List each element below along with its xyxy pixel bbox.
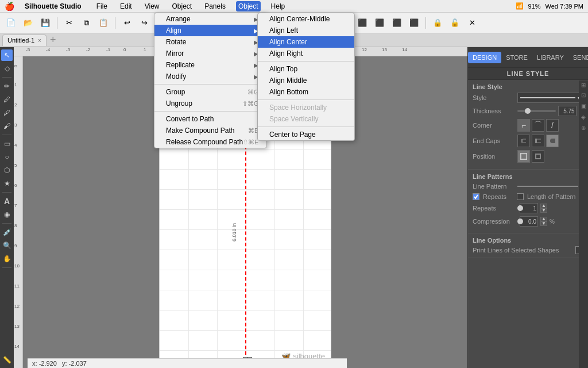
object-menu: Arrange ▶ Align ▶ Rotate ▶ Mirror ▶ Repl…	[154, 13, 267, 148]
align-bottom[interactable]: Align Bottom	[258, 86, 354, 98]
menu-sep-1	[154, 84, 266, 85]
context-menu-overlay: Arrange ▶ Align ▶ Rotate ▶ Mirror ▶ Repl…	[0, 0, 588, 368]
align-sep-2	[258, 99, 354, 100]
align-center[interactable]: Align Center	[258, 36, 354, 48]
menu-make-compound[interactable]: Make Compound Path ⌘E	[154, 125, 266, 136]
align-right[interactable]: Align Right	[258, 48, 354, 59]
menu-arrange[interactable]: Arrange ▶	[154, 13, 266, 25]
menu-modify[interactable]: Modify ▶	[154, 71, 266, 82]
align-sep-3	[258, 126, 354, 127]
menu-sep-2	[154, 111, 266, 112]
menu-replicate[interactable]: Replicate ▶	[154, 59, 266, 71]
menu-align[interactable]: Align ▶	[154, 25, 266, 36]
release-shortcut: ⇧⌘E	[243, 139, 258, 146]
center-to-page[interactable]: Center to Page	[258, 129, 354, 140]
align-top[interactable]: Align Top	[258, 63, 354, 75]
menu-ungroup[interactable]: Ungroup ⇧⌘G	[154, 98, 266, 109]
menu-rotate[interactable]: Rotate ▶	[154, 36, 266, 48]
space-horizontally: Space Horizontally	[258, 102, 354, 113]
align-sep-1	[258, 61, 354, 62]
menu-group[interactable]: Group ⌘G	[154, 86, 266, 98]
align-left[interactable]: Align Left	[258, 25, 354, 36]
space-vertically: Space Vertically	[258, 113, 354, 125]
align-center-middle[interactable]: Align Center-Middle	[258, 13, 354, 25]
align-middle[interactable]: Align Middle	[258, 75, 354, 86]
menu-release-compound[interactable]: Release Compound Path ⇧⌘E	[154, 136, 266, 148]
menu-mirror[interactable]: Mirror ▶	[154, 48, 266, 59]
menu-convert-to-path[interactable]: Convert to Path	[154, 113, 266, 125]
align-submenu: Align Center-Middle Align Left Align Cen…	[257, 13, 355, 141]
ungroup-shortcut: ⇧⌘G	[242, 100, 259, 108]
